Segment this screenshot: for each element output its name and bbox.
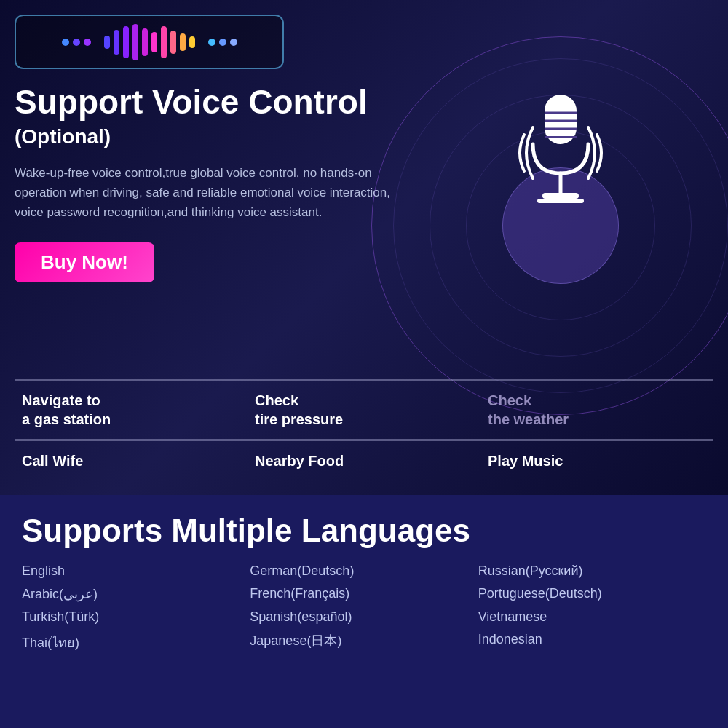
command-food: Nearby Food xyxy=(248,439,480,480)
waveform-bar xyxy=(15,15,284,69)
wave-bar-4 xyxy=(132,24,138,60)
wave-bar-6 xyxy=(151,32,157,52)
lang-thai: Thai(ไทย) xyxy=(22,632,250,653)
wave-dot-5 xyxy=(219,39,226,46)
wave-dot-4 xyxy=(208,39,215,46)
wave-bar-3 xyxy=(123,26,129,58)
lang-german: German(Deutsch) xyxy=(250,563,478,579)
languages-grid: EnglishGerman(Deutsch)Russian(Русский)Ar… xyxy=(22,563,706,653)
page-title: Support Voice Control xyxy=(15,84,451,121)
command-call-text: Call Wife xyxy=(22,451,240,470)
buy-now-button[interactable]: Buy Now! xyxy=(15,242,154,282)
wave-bar-8 xyxy=(170,31,176,54)
lang-portuguese: Portuguese(Deutsch) xyxy=(478,586,706,602)
wave-dot-1 xyxy=(62,39,69,46)
command-navigate: Navigate toa gas station xyxy=(15,379,248,439)
lang-indonesian: Indonesian xyxy=(478,632,706,653)
command-weather: Checkthe weather xyxy=(480,379,713,439)
lang-arabic: Arabic(عربي) xyxy=(22,586,250,602)
command-tire: Checktire pressure xyxy=(248,379,480,439)
command-navigate-text: Navigate toa gas station xyxy=(22,391,240,429)
description-text: Wake-up-free voice control,true global v… xyxy=(15,163,422,223)
commands-grid: Navigate toa gas station Checktire press… xyxy=(0,379,728,480)
svg-rect-6 xyxy=(542,193,579,199)
command-tire-text: Checktire pressure xyxy=(255,391,473,429)
microphone-icon xyxy=(510,87,612,218)
lang-russian: Russian(Русский) xyxy=(478,563,706,579)
wave-bar-5 xyxy=(142,28,148,56)
lang-spanish: Spanish(español) xyxy=(250,609,478,625)
top-section: Support Voice Control (Optional) Wake-up… xyxy=(0,0,728,495)
command-music: Play Music xyxy=(480,439,713,480)
languages-title: Supports Multiple Languages xyxy=(22,513,706,549)
command-weather-text: Checkthe weather xyxy=(488,391,706,429)
command-food-text: Nearby Food xyxy=(255,451,473,470)
lang-french: French(Français) xyxy=(250,586,478,602)
command-music-text: Play Music xyxy=(488,451,706,470)
wave-bar-1 xyxy=(104,36,110,49)
page-subtitle: (Optional) xyxy=(15,125,451,149)
wave-dot-3 xyxy=(84,39,91,46)
wave-bar-9 xyxy=(180,33,186,51)
lang-vietnamese: Vietnamese xyxy=(478,609,706,625)
command-call: Call Wife xyxy=(15,439,248,480)
lang-japanese: Japanese(日本) xyxy=(250,632,478,653)
wave-bar-10 xyxy=(189,36,195,48)
wave-bar-7 xyxy=(161,26,167,58)
main-content: Support Voice Control (Optional) Wake-up… xyxy=(15,84,451,304)
microphone-graphic xyxy=(502,87,619,233)
svg-rect-7 xyxy=(537,199,584,203)
wave-bar-2 xyxy=(114,30,119,55)
wave-dot-2 xyxy=(73,39,80,46)
wave-dot-6 xyxy=(230,39,237,46)
lang-english: English xyxy=(22,563,250,579)
languages-section: Supports Multiple Languages EnglishGerma… xyxy=(0,495,728,728)
lang-turkish: Turkish(Türk) xyxy=(22,609,250,625)
